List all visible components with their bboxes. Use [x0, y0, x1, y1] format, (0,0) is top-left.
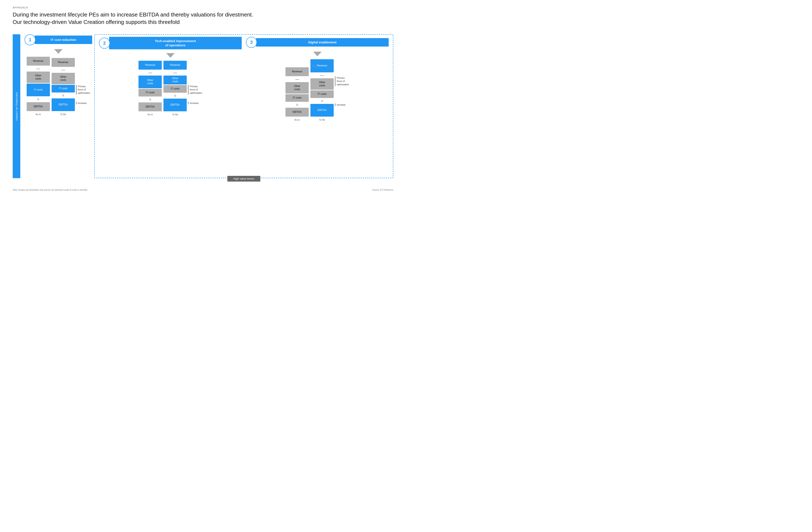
s2-comparison: Revenue — Othercosts IT costs = EBITDA A…: [99, 61, 242, 116]
footer-note-text: Note: Graphs are illustrative only and d…: [13, 189, 87, 191]
s1-tobe-eq1: —: [61, 68, 65, 72]
s2-focus-text: Primaryfocus ofoptimization: [188, 85, 202, 95]
s1-tobe-ebitda: EBITDA: [52, 98, 75, 111]
s3-tobe-revenue: Revenue: [310, 59, 334, 72]
section-2: 2 Tech-enabled improvementof operations: [97, 37, 244, 171]
s1-tobe-label: To Be: [60, 113, 66, 115]
s2-asis-eq1: —: [148, 71, 152, 74]
section-1-number: 1: [25, 34, 35, 45]
s2-tobe-ebitda: EBITDA: [163, 99, 187, 111]
section-1-title: IT cost reduction: [35, 36, 92, 44]
section-2-header: 2 Tech-enabled improvementof operations: [99, 37, 242, 49]
section-2-body: Revenue — Othercosts IT costs = EBITDA A…: [99, 61, 242, 171]
s3-focus-annotation: Primaryfocus ofoptimization: [335, 76, 349, 86]
s1-focus-annotation: Primaryfocus ofoptimization: [76, 85, 90, 95]
s2-increase-annotation: Increase: [188, 102, 202, 104]
s3-tobe-ebitda: EBITDA: [310, 104, 334, 116]
s3-tobe-col: Revenue — Othercosts IT costs = EBITDA T…: [310, 59, 334, 121]
s1-tobe-revenue: Revenue: [52, 58, 75, 67]
footer-source-text: Source: EY Parthenon: [372, 189, 393, 191]
s1-asis-eq2: =: [37, 97, 39, 101]
s1-asis-ebitda: EBITDA: [27, 102, 50, 111]
s3-increase-annotation: Increase: [335, 103, 349, 106]
s1-asis-othercosts: Othercosts: [27, 71, 50, 83]
section-1-body: Revenue — Othercosts IT costs = EBITDA A…: [25, 57, 92, 178]
section-3-arrow: [313, 52, 322, 56]
s2-tobe-revenue: Revenue: [163, 61, 187, 70]
s2-tobe-eq2: =: [174, 94, 176, 98]
s2-tobe-col: Revenue — Othercosts IT costs = EBITDA T…: [163, 61, 187, 116]
section-2-title: Tech-enabled improvementof operations: [109, 37, 242, 49]
s2-tobe-itcosts: IT costs: [163, 85, 187, 93]
s1-asis-col: Revenue — Othercosts IT costs = EBITDA A…: [27, 57, 50, 115]
s1-tobe-itcosts: IT costs: [52, 85, 75, 93]
section-2-number: 2: [99, 38, 110, 49]
s2-asis-itcosts: IT costs: [139, 89, 162, 97]
s3-asis-revenue: Revenue: [286, 67, 309, 76]
s3-asis-itcosts: IT costs: [286, 94, 309, 102]
section-1: 1 IT cost reduction: [23, 34, 94, 178]
s1-annotations: Primaryfocus ofoptimization Increase: [76, 57, 90, 115]
section-2-arrow: [166, 53, 175, 58]
s2-annotations: Primaryfocus ofoptimization Increase: [188, 61, 202, 116]
s1-asis-revenue: Revenue: [27, 57, 50, 66]
dashed-inner: 2 Tech-enabled improvementof operations: [97, 37, 391, 171]
s1-tobe-col: Revenue — Othercosts IT costs = EBITDA T…: [52, 58, 75, 115]
s3-tobe-itcosts: IT costs: [310, 90, 334, 98]
s3-tobe-eq1: —: [320, 73, 324, 77]
s3-asis-eq1: —: [295, 77, 299, 81]
s2-tobe-othercosts: Othercosts: [163, 75, 187, 84]
section-3-body: Revenue — Othercosts IT costs = EBITDA A…: [246, 59, 389, 171]
s3-tobe-eq2: =: [321, 99, 323, 103]
s3-asis-eq2: =: [296, 103, 299, 107]
s3-tobe-othercosts: Othercosts: [310, 78, 334, 90]
high-value-levers: High value levers: [227, 176, 260, 182]
s3-focus-text: Primaryfocus ofoptimization: [335, 76, 349, 86]
s2-asis-revenue: Revenue: [139, 61, 162, 70]
s2-asis-label: As-Is: [148, 113, 153, 116]
s3-asis-ebitda: EBITDA: [286, 108, 309, 116]
section-3-header: 3 Digital enablement: [246, 37, 389, 48]
high-value-dashed-box: 2 Tech-enabled improvementof operations: [94, 34, 393, 178]
vertical-label-text: Impact on financials: [15, 92, 18, 121]
footer: Note: Graphs are illustrative only and d…: [13, 189, 393, 191]
s1-tobe-othercosts: Othercosts: [52, 73, 75, 84]
s3-annotations: Primaryfocus ofoptimization Increase: [335, 59, 349, 121]
s2-tobe-label: To Be: [172, 113, 178, 116]
s1-asis-eq1: —: [37, 67, 40, 70]
section-3-number: 3: [246, 37, 257, 48]
s3-asis-col: Revenue — Othercosts IT costs = EBITDA A…: [286, 67, 309, 121]
s2-focus-annotation: Primaryfocus ofoptimization: [188, 85, 202, 95]
s1-tobe-eq2: =: [62, 94, 64, 97]
section-3-title: Digital enablement: [256, 38, 389, 46]
section-1-arrow: [54, 49, 62, 54]
s3-tobe-label: To Be: [319, 118, 325, 121]
s1-increase-annotation: Increase: [76, 102, 90, 104]
section-3: 3 Digital enablement: [244, 37, 391, 171]
s3-asis-label: As-Is: [294, 118, 300, 121]
section-1-header: 1 IT cost reduction: [25, 34, 92, 45]
main-title: During the investment lifecycle PEs aim …: [13, 11, 351, 26]
vertical-label-bar: Impact on financials: [13, 34, 20, 178]
s2-asis-othercosts: Othercosts: [139, 75, 162, 88]
s1-asis-label: As-Is: [35, 113, 41, 115]
s1-increase-text: Increase: [76, 102, 87, 104]
s3-asis-othercosts: Othercosts: [286, 82, 309, 94]
s2-tobe-eq1: —: [173, 71, 177, 74]
s1-asis-itcosts: IT costs: [27, 84, 50, 96]
page-wrapper: APPROACH During the investment lifecycle…: [13, 6, 393, 191]
approach-label: APPROACH: [13, 6, 393, 9]
s3-increase-text: Increase: [335, 103, 346, 106]
diagram: Impact on financials 1 IT cost reduction: [13, 34, 393, 178]
s3-comparison: Revenue — Othercosts IT costs = EBITDA A…: [246, 59, 389, 121]
s2-asis-eq2: =: [149, 98, 151, 101]
s1-comparison: Revenue — Othercosts IT costs = EBITDA A…: [25, 57, 92, 115]
s2-increase-text: Increase: [188, 102, 199, 104]
sections-container: 1 IT cost reduction: [23, 34, 393, 178]
s2-asis-col: Revenue — Othercosts IT costs = EBITDA A…: [139, 61, 162, 116]
s2-asis-ebitda: EBITDA: [139, 102, 162, 111]
s1-focus-text: Primaryfocus ofoptimization: [76, 85, 90, 95]
